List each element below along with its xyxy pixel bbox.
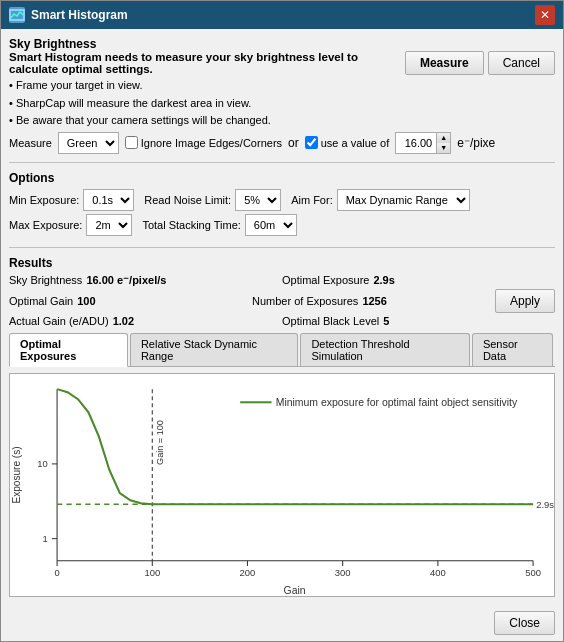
svg-text:Minimum exposure for optimal f: Minimum exposure for optimal faint objec… [276, 397, 518, 408]
total-stacking-select[interactable]: 60m [245, 214, 297, 236]
bullet-1: • Frame your target in view. [9, 77, 397, 95]
optimal-gain-val: 100 [77, 295, 95, 307]
sky-brightness-text: Smart Histogram needs to measure your sk… [9, 51, 397, 130]
measure-cancel-buttons: Measure Cancel [405, 51, 555, 75]
sky-brightness-top: Smart Histogram needs to measure your sk… [9, 51, 555, 130]
measure-row: Measure Green Ignore Image Edges/Corners… [9, 132, 555, 154]
divider-1 [9, 162, 555, 163]
optimal-gain-key: Optimal Gain [9, 295, 73, 307]
svg-text:500: 500 [525, 568, 541, 578]
results-row-2: Optimal Gain 100 Number of Exposures 125… [9, 289, 555, 313]
close-button[interactable]: Close [494, 611, 555, 635]
options-row-1: Min Exposure: 0.1s Read Noise Limit: 5% … [9, 189, 555, 211]
main-content: Sky Brightness Smart Histogram needs to … [1, 29, 563, 605]
sky-brightness-header: Sky Brightness [9, 37, 555, 51]
or-label: or [288, 136, 299, 150]
sky-brightness-val: 16.00 e⁻/pixel/s [86, 274, 166, 287]
results-label: Results [9, 256, 555, 270]
min-exposure-select[interactable]: 0.1s [83, 189, 134, 211]
main-window: Smart Histogram ✕ Sky Brightness Smart H… [0, 0, 564, 642]
sky-brightness-section: Sky Brightness Smart Histogram needs to … [9, 37, 555, 154]
results-row-3: Actual Gain (e/ADU) 1.02 Optimal Black L… [9, 315, 555, 327]
svg-text:100: 100 [144, 568, 160, 578]
svg-text:200: 200 [240, 568, 256, 578]
ignore-edges-label[interactable]: Ignore Image Edges/Corners [125, 136, 282, 149]
svg-text:Exposure (s): Exposure (s) [11, 446, 22, 503]
num-exposures-key: Number of Exposures [252, 295, 358, 307]
svg-text:400: 400 [430, 568, 446, 578]
apply-btn-wrap: Apply [495, 289, 555, 313]
actual-gain-key: Actual Gain (e/ADU) [9, 315, 109, 327]
results-row-1: Sky Brightness 16.00 e⁻/pixel/s Optimal … [9, 274, 555, 287]
use-value-unit: e⁻/pixe [457, 136, 495, 150]
spin-down-button[interactable]: ▼ [436, 143, 450, 153]
use-value-input[interactable]: 16.00 ▲ ▼ [395, 132, 451, 154]
optimal-exposure-key: Optimal Exposure [282, 274, 369, 286]
measure-button[interactable]: Measure [405, 51, 484, 75]
measure-label: Measure [9, 137, 52, 149]
read-noise-group: Read Noise Limit: 5% [144, 189, 281, 211]
result-optimal-exposure: Optimal Exposure 2.9s [282, 274, 555, 286]
tab-optimal-exposures[interactable]: Optimal Exposures [9, 333, 128, 367]
min-exposure-label: Min Exposure: [9, 194, 79, 206]
results-section: Results Sky Brightness 16.00 e⁻/pixel/s … [9, 256, 555, 327]
title-bar: Smart Histogram ✕ [1, 1, 563, 29]
sky-brightness-key: Sky Brightness [9, 274, 82, 286]
divider-2 [9, 247, 555, 248]
aim-for-select[interactable]: Max Dynamic Range [337, 189, 470, 211]
min-exposure-group: Min Exposure: 0.1s [9, 189, 134, 211]
use-value-checkbox[interactable] [305, 136, 318, 149]
bullet-list: • Frame your target in view. • SharpCap … [9, 77, 397, 130]
aim-for-group: Aim For: Max Dynamic Range [291, 189, 470, 211]
measure-channel-select[interactable]: Green [58, 132, 119, 154]
results-rows: Sky Brightness 16.00 e⁻/pixel/s Optimal … [9, 274, 555, 327]
result-num-exposures: Number of Exposures 1256 [252, 295, 495, 307]
use-value-checkbox-label[interactable]: use a value of [305, 136, 390, 149]
result-sky-brightness: Sky Brightness 16.00 e⁻/pixel/s [9, 274, 282, 287]
options-label: Options [9, 171, 555, 185]
svg-text:Gain: Gain [284, 585, 306, 596]
read-noise-select[interactable]: 5% [235, 189, 281, 211]
options-row-2: Max Exposure: 2m Total Stacking Time: 60… [9, 214, 555, 236]
chart-svg: Minimum exposure for optimal faint objec… [10, 374, 554, 596]
chart-area: Minimum exposure for optimal faint objec… [9, 373, 555, 597]
svg-text:Gain = 100: Gain = 100 [155, 420, 165, 465]
close-window-button[interactable]: ✕ [535, 5, 555, 25]
svg-text:300: 300 [335, 568, 351, 578]
bullet-2: • SharpCap will measure the darkest area… [9, 95, 397, 113]
max-exposure-select[interactable]: 2m [86, 214, 132, 236]
actual-gain-val: 1.02 [113, 315, 134, 327]
tabs-bar: Optimal Exposures Relative Stack Dynamic… [9, 333, 555, 367]
optimal-black-val: 5 [383, 315, 389, 327]
use-value-display: 16.00 [396, 136, 436, 150]
read-noise-label: Read Noise Limit: [144, 194, 231, 206]
tab-relative-stack[interactable]: Relative Stack Dynamic Range [130, 333, 299, 366]
ignore-edges-checkbox[interactable] [125, 136, 138, 149]
apply-button[interactable]: Apply [495, 289, 555, 313]
max-exposure-label: Max Exposure: [9, 219, 82, 231]
cancel-button[interactable]: Cancel [488, 51, 555, 75]
app-icon [9, 7, 25, 23]
tab-detection-threshold[interactable]: Detection Threshold Simulation [300, 333, 470, 366]
spin-buttons: ▲ ▼ [436, 133, 450, 153]
result-optimal-gain: Optimal Gain 100 [9, 295, 252, 307]
result-optimal-black: Optimal Black Level 5 [282, 315, 555, 327]
svg-text:2.9s: 2.9s [536, 500, 554, 510]
optimal-exposure-val: 2.9s [373, 274, 394, 286]
svg-text:0: 0 [54, 568, 59, 578]
sky-brightness-description: Smart Histogram needs to measure your sk… [9, 51, 397, 75]
aim-for-label: Aim For: [291, 194, 333, 206]
result-actual-gain: Actual Gain (e/ADU) 1.02 [9, 315, 282, 327]
footer: Close [1, 605, 563, 641]
max-exposure-group: Max Exposure: 2m [9, 214, 132, 236]
total-stacking-group: Total Stacking Time: 60m [142, 214, 296, 236]
spin-up-button[interactable]: ▲ [436, 133, 450, 143]
total-stacking-label: Total Stacking Time: [142, 219, 240, 231]
options-section: Options Min Exposure: 0.1s Read Noise Li… [9, 171, 555, 239]
num-exposures-val: 1256 [362, 295, 386, 307]
optimal-black-key: Optimal Black Level [282, 315, 379, 327]
svg-text:10: 10 [37, 459, 47, 469]
tab-sensor-data[interactable]: Sensor Data [472, 333, 553, 366]
bullet-3: • Be aware that your camera settings wil… [9, 112, 397, 130]
svg-text:1: 1 [42, 534, 47, 544]
